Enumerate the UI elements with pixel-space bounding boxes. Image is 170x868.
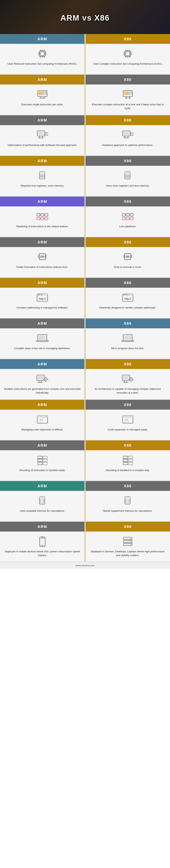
content-row-7: Compiler plays a key role in managing op… — [0, 328, 170, 359]
svg-rect-159 — [43, 456, 47, 459]
svg-rect-173 — [125, 497, 130, 498]
svg-rect-125 — [122, 341, 134, 342]
x86-cell-2: Hardware approach to optimize performanc… — [86, 125, 170, 155]
svg-rect-157 — [38, 459, 42, 462]
x86-label-12: X86 — [86, 522, 170, 531]
svg-rect-64 — [42, 175, 43, 177]
arm-text-8: Multiple Instructions are generated from… — [4, 387, 81, 395]
arm-cell-9: </> Managing code expansion is difficult… — [0, 410, 84, 440]
svg-text:CPU: CPU — [40, 255, 44, 258]
arm-label-4: ARM — [0, 196, 84, 207]
x86-icon-2 — [121, 130, 134, 141]
svg-rect-75 — [37, 217, 40, 220]
header: ARM vs X86 — [0, 0, 170, 34]
svg-rect-30 — [43, 91, 46, 93]
x86-icon-6: http:// — [121, 292, 134, 304]
svg-rect-86 — [126, 217, 129, 220]
arm-cell-3: Requires less registers, more memory. — [0, 166, 84, 196]
svg-rect-82 — [130, 213, 133, 216]
arm-text-12: Deployed in mobile devices where size, p… — [4, 550, 81, 557]
x86-text-10: Decoding is handled in a complex way. — [106, 468, 149, 472]
content-row-9: </> Managing code expansion is difficult… — [0, 410, 170, 440]
svg-rect-156 — [38, 456, 42, 459]
svg-rect-66 — [125, 172, 130, 174]
label-bar-3: ARM X86 — [0, 156, 170, 166]
label-bar-2: ARM X86 — [0, 115, 170, 125]
arm-icon-7 — [36, 333, 49, 344]
svg-text:</>: </> — [40, 418, 43, 421]
svg-rect-180 — [41, 537, 43, 538]
arm-icon-6: http:// — [36, 292, 49, 304]
arm-cell-8: Multiple Instructions are generated from… — [0, 369, 84, 399]
arm-label-3: ARM — [0, 156, 84, 166]
arm-icon-1 — [36, 89, 49, 100]
svg-rect-160 — [43, 459, 47, 462]
arm-label-9: ARM — [0, 400, 84, 410]
svg-rect-61 — [39, 172, 45, 174]
svg-rect-81 — [126, 213, 129, 216]
svg-rect-174 — [126, 499, 129, 503]
svg-text:CPU: CPU — [126, 255, 130, 258]
x86-label-8: X86 — [86, 359, 170, 369]
x86-icon-0 — [121, 49, 134, 60]
footer-url: www.educba.com — [75, 564, 95, 567]
x86-label-7: X86 — [86, 318, 170, 328]
arm-cell-6: http:// Complex addressing is managed by… — [0, 288, 84, 318]
x86-text-5: Time to execute is more. — [114, 265, 141, 269]
svg-rect-170 — [40, 499, 44, 503]
svg-rect-121 — [38, 335, 46, 340]
arm-icon-12 — [36, 536, 49, 548]
x86-text-6: Inherently designed to handle complex ad… — [99, 306, 156, 310]
svg-point-143 — [131, 379, 132, 380]
svg-rect-68 — [126, 175, 127, 177]
x86-label-3: X86 — [86, 156, 170, 166]
svg-point-112 — [41, 294, 42, 295]
x86-cell-5: CPU Time to execute is more. — [86, 247, 170, 277]
svg-text:http://: http:// — [39, 297, 46, 300]
x86-cell-8: Its Architecture is capable of managing … — [86, 369, 170, 399]
arm-text-11: Uses available memory for calculations. — [20, 509, 65, 513]
content-row-4: Pipelining of instructions is the unique… — [0, 207, 170, 237]
arm-label-0: ARM — [0, 34, 84, 44]
svg-rect-62 — [40, 175, 44, 178]
x86-cell-4: Less pipelined. — [86, 207, 170, 237]
arm-icon-4 — [36, 211, 49, 222]
arm-label-5: ARM — [0, 237, 84, 247]
svg-point-185 — [130, 541, 131, 542]
svg-rect-77 — [45, 217, 48, 220]
label-bar-8: ARM X86 — [0, 359, 170, 369]
svg-rect-52 — [123, 131, 129, 135]
arm-icon-3 — [36, 170, 49, 182]
x86-icon-5: CPU — [121, 252, 134, 263]
svg-rect-166 — [129, 459, 133, 462]
label-bar-7: ARM X86 — [0, 318, 170, 328]
arm-cell-0: Uses Reduced Instruction Set computing A… — [0, 44, 84, 74]
svg-rect-165 — [129, 456, 133, 459]
svg-text:</>: </> — [125, 418, 128, 421]
svg-rect-163 — [123, 459, 128, 462]
svg-rect-29 — [38, 91, 43, 95]
svg-rect-158 — [38, 462, 42, 465]
arm-cell-7: Compiler plays a key role in managing op… — [0, 328, 84, 359]
label-bar-1: ARM X86 — [0, 75, 170, 85]
label-bar-12: ARM X86 — [0, 522, 170, 531]
svg-rect-80 — [122, 213, 125, 216]
x86-text-2: Hardware approach to optimize performanc… — [102, 143, 154, 147]
arm-label-1: ARM — [0, 75, 84, 85]
arm-text-6: Complex addressing is managed by softwar… — [16, 306, 68, 310]
arm-label-11: ARM — [0, 481, 84, 491]
svg-rect-127 — [38, 376, 44, 380]
arm-label-7: ARM — [0, 318, 84, 328]
x86-text-4: Less pipelined. — [119, 224, 136, 228]
arm-text-10: Decoding of instruction is handled easil… — [19, 468, 65, 472]
svg-rect-36 — [124, 91, 129, 95]
arm-icon-5: CPU — [36, 252, 49, 263]
arm-icon-2 — [36, 130, 49, 141]
label-bar-10: ARM X86 — [0, 440, 170, 450]
arm-text-0: Uses Reduced Instruction Set computing A… — [7, 62, 77, 66]
label-bar-9: ARM X86 — [0, 400, 170, 410]
svg-rect-71 — [41, 213, 44, 216]
label-bar-11: ARM X86 — [0, 481, 170, 491]
content-row-0: Uses Reduced Instruction Set computing A… — [0, 44, 170, 74]
arm-text-9: Managing code expansion is difficult. — [22, 428, 63, 432]
